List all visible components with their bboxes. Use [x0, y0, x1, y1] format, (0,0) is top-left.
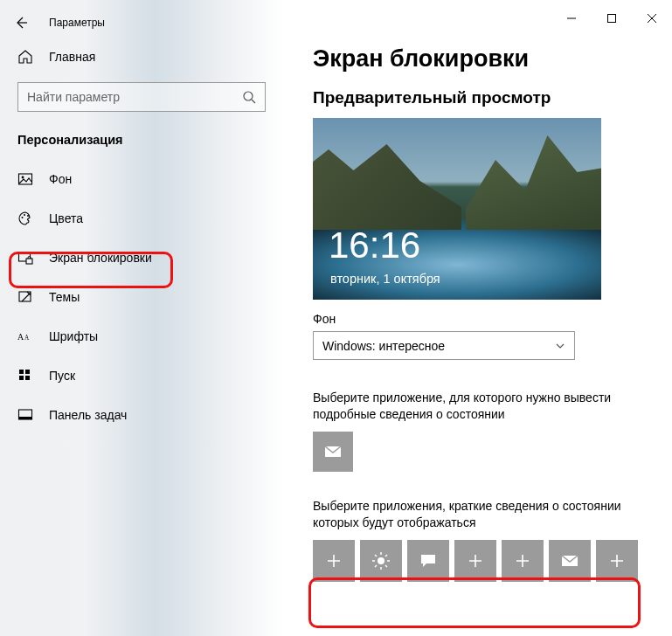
fonts-icon: AA [17, 328, 33, 344]
svg-point-0 [244, 92, 253, 100]
svg-rect-11 [19, 370, 24, 374]
svg-point-19 [378, 557, 384, 564]
taskbar-icon [17, 407, 33, 423]
quick-status-label: Выберите приложения, краткие сведения о … [313, 498, 648, 531]
window-title: Параметры [38, 17, 105, 29]
plus-icon [514, 552, 531, 570]
sun-icon [371, 551, 391, 570]
plus-icon [608, 552, 626, 570]
preview-heading: Предварительный просмотр [313, 88, 648, 107]
home-icon [17, 49, 33, 65]
titlebar-left: Параметры [0, 7, 283, 38]
window-controls [283, 0, 672, 33]
home-nav[interactable]: Главная [0, 38, 283, 75]
preview-time: 16:16 [329, 225, 420, 266]
mail-icon [322, 441, 343, 462]
svg-rect-14 [25, 376, 30, 380]
plus-icon [467, 552, 484, 570]
detailed-status-label: Выберите приложение, для которого нужно … [313, 390, 648, 423]
themes-icon [17, 289, 33, 305]
svg-rect-7 [26, 259, 32, 264]
preview-date: вторник, 1 октября [330, 272, 440, 286]
back-button[interactable] [3, 7, 38, 38]
svg-rect-17 [608, 15, 616, 23]
quick-tile-chat[interactable] [407, 540, 449, 582]
picture-icon [17, 171, 33, 187]
start-icon [17, 368, 33, 384]
search-icon [242, 90, 256, 104]
sidebar: Параметры Главная Персонализация Фон [0, 0, 283, 636]
lockscreen-icon [17, 250, 33, 266]
dropdown-value: Windows: интересное [322, 339, 445, 353]
search-input[interactable] [27, 90, 242, 104]
palette-icon [17, 211, 33, 226]
home-label: Главная [49, 50, 95, 64]
sidebar-item-fonts[interactable]: AA Шрифты [0, 316, 283, 356]
background-label: Фон [313, 312, 648, 326]
svg-rect-12 [25, 370, 30, 374]
quick-status-tiles [313, 540, 648, 582]
quick-tile-weather[interactable] [360, 540, 402, 582]
sidebar-item-start[interactable]: Пуск [0, 356, 283, 395]
svg-text:A: A [24, 335, 30, 342]
main-panel: Экран блокировки Предварительный просмот… [283, 0, 672, 636]
svg-text:A: A [17, 332, 24, 342]
sidebar-item-themes[interactable]: Темы [0, 277, 283, 316]
svg-rect-13 [19, 376, 24, 380]
quick-tile-add[interactable] [313, 540, 355, 582]
section-header: Персонализация [0, 128, 283, 159]
sidebar-item-label: Панель задач [49, 408, 127, 422]
sidebar-item-taskbar[interactable]: Панель задач [0, 395, 283, 434]
quick-tile-add[interactable] [596, 540, 638, 582]
page-title: Экран блокировки [283, 33, 672, 88]
sidebar-item-label: Темы [49, 290, 80, 304]
sidebar-item-label: Экран блокировки [49, 251, 152, 265]
lockscreen-preview: 16:16 вторник, 1 октября [313, 118, 601, 300]
sidebar-item-label: Шрифты [49, 329, 98, 343]
sidebar-item-lockscreen[interactable]: Экран блокировки [0, 238, 283, 277]
sidebar-item-label: Цвета [49, 211, 83, 225]
search-box[interactable] [17, 82, 266, 112]
detailed-status-app-tile[interactable] [313, 432, 353, 472]
mail-icon [559, 550, 580, 571]
svg-point-4 [24, 214, 25, 216]
svg-rect-16 [19, 417, 32, 419]
svg-point-5 [27, 215, 29, 217]
maximize-button[interactable] [592, 5, 632, 31]
quick-tile-add[interactable] [502, 540, 544, 582]
plus-icon [325, 552, 343, 570]
background-dropdown[interactable]: Windows: интересное [313, 331, 575, 360]
sidebar-item-label: Пуск [49, 369, 75, 383]
quick-tile-mail[interactable] [549, 540, 591, 582]
svg-point-2 [22, 176, 24, 178]
sidebar-item-background[interactable]: Фон [0, 159, 283, 198]
svg-point-3 [22, 217, 24, 218]
sidebar-item-colors[interactable]: Цвета [0, 198, 283, 238]
close-button[interactable] [632, 5, 672, 31]
minimize-button[interactable] [551, 5, 592, 31]
sidebar-item-label: Фон [49, 172, 72, 186]
chat-icon [419, 551, 438, 570]
quick-tile-add[interactable] [454, 540, 496, 582]
chevron-down-icon [555, 341, 565, 351]
